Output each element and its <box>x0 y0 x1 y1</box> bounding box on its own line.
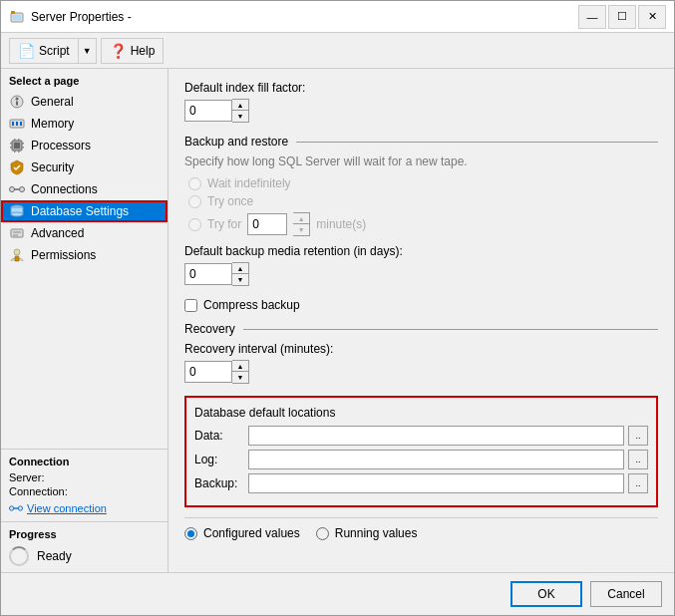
configured-values-option[interactable]: Configured values <box>184 526 300 540</box>
try-for-radio[interactable] <box>188 218 201 231</box>
progress-status: Ready <box>9 546 160 566</box>
database-settings-label: Database Settings <box>31 204 129 218</box>
bottom-options-row: Configured values Running values <box>184 517 658 540</box>
try-for-row: Try for ▲ ▼ minute(s) <box>188 212 658 236</box>
minutes-suffix: minute(s) <box>316 217 366 231</box>
ok-button[interactable]: OK <box>510 581 582 607</box>
recovery-interval-input[interactable] <box>184 361 232 383</box>
sidebar-item-security[interactable]: Security <box>1 156 168 178</box>
sidebar-item-permissions[interactable]: Permissions <box>1 244 168 266</box>
running-values-circle <box>316 527 329 540</box>
fill-factor-increment[interactable]: ▲ <box>232 100 248 111</box>
data-location-label: Data: <box>194 429 244 443</box>
configured-values-label: Configured values <box>203 526 300 540</box>
view-connection-text: View connection <box>27 502 107 514</box>
sidebar-item-advanced[interactable]: Advanced <box>1 222 168 244</box>
svg-rect-16 <box>14 139 16 141</box>
sidebar-item-connections[interactable]: Connections <box>1 178 168 200</box>
sidebar-item-general[interactable]: General <box>1 91 168 113</box>
view-connection-link[interactable]: View connection <box>9 501 160 515</box>
data-location-browse[interactable]: .. <box>628 426 648 446</box>
progress-spinner <box>9 546 29 566</box>
processors-label: Processors <box>31 139 91 153</box>
try-for-spinners: ▲ ▼ <box>293 212 310 236</box>
svg-point-32 <box>18 506 22 510</box>
script-button[interactable]: 📄 Script <box>10 39 78 63</box>
security-label: Security <box>31 160 74 174</box>
svg-point-21 <box>20 187 25 192</box>
script-dropdown-arrow[interactable]: ▼ <box>78 39 96 63</box>
backup-divider: Backup and restore <box>184 135 658 149</box>
recovery-interval-increment[interactable]: ▲ <box>232 361 248 372</box>
configured-values-circle <box>184 527 197 540</box>
try-once-label: Try once <box>207 194 253 208</box>
db-locations-title: Database default locations <box>194 406 648 420</box>
fill-factor-spinners: ▲ ▼ <box>232 99 249 123</box>
help-icon: ❓ <box>110 43 127 59</box>
progress-section: Progress Ready <box>1 521 168 572</box>
general-icon <box>9 94 25 110</box>
svg-rect-8 <box>16 122 18 126</box>
progress-text: Ready <box>37 549 72 563</box>
backup-location-row: Backup: .. <box>194 473 648 493</box>
backup-retention-section: Default backup media retention (in days)… <box>184 244 658 286</box>
svg-rect-5 <box>16 102 18 106</box>
try-for-decrement[interactable]: ▼ <box>293 224 309 235</box>
backup-retention-input[interactable] <box>184 263 232 285</box>
cancel-button[interactable]: Cancel <box>590 581 662 607</box>
maximize-button[interactable]: ☐ <box>608 5 636 29</box>
recovery-interval-label: Recovery interval (minutes): <box>184 342 658 356</box>
connection-row: Connection: <box>9 485 160 497</box>
recovery-interval-decrement[interactable]: ▼ <box>232 372 248 383</box>
log-location-browse[interactable]: .. <box>628 450 648 469</box>
fill-factor-input-row: ▲ ▼ <box>184 99 658 123</box>
recovery-interval-spinners: ▲ ▼ <box>232 360 249 384</box>
sidebar-item-memory[interactable]: Memory <box>1 113 168 135</box>
try-for-increment[interactable]: ▲ <box>293 213 309 224</box>
connection-section: Connection Server: Connection: View conn… <box>1 449 168 521</box>
compress-backup-label: Compress backup <box>203 298 300 312</box>
try-once-radio[interactable] <box>188 195 201 208</box>
backup-section-label: Backup and restore <box>184 135 288 149</box>
window-title: Server Properties - <box>31 10 578 24</box>
data-location-input[interactable] <box>248 426 624 446</box>
log-location-input[interactable] <box>248 450 624 469</box>
sidebar-item-processors[interactable]: Processors <box>1 135 168 156</box>
wait-indefinitely-radio[interactable] <box>188 177 201 190</box>
backup-radio-group: Wait indefinitely Try once Try for ▲ ▼ <box>188 176 658 236</box>
script-dropdown[interactable]: 📄 Script ▼ <box>9 38 97 64</box>
connection-label: Connection: <box>9 485 68 497</box>
try-for-input[interactable] <box>247 213 287 235</box>
compress-backup-checkbox[interactable] <box>184 299 197 312</box>
close-button[interactable]: ✕ <box>638 5 666 29</box>
memory-icon <box>9 116 25 132</box>
log-location-label: Log: <box>194 453 244 466</box>
backup-location-input[interactable] <box>248 473 624 493</box>
connection-link-icon <box>9 501 23 515</box>
running-values-option[interactable]: Running values <box>316 526 418 540</box>
backup-location-browse[interactable]: .. <box>628 473 648 493</box>
svg-rect-17 <box>18 139 20 141</box>
minimize-button[interactable]: — <box>578 5 606 29</box>
connections-label: Connections <box>31 182 98 196</box>
recovery-interval-input-row: ▲ ▼ <box>184 360 658 384</box>
sidebar-item-database-settings[interactable]: Database Settings <box>1 200 168 222</box>
fill-factor-decrement[interactable]: ▼ <box>232 111 248 122</box>
backup-retention-decrement[interactable]: ▼ <box>232 274 248 285</box>
running-values-label: Running values <box>335 526 418 540</box>
svg-rect-2 <box>11 11 15 14</box>
advanced-icon <box>9 225 25 241</box>
backup-location-label: Backup: <box>194 476 244 490</box>
select-page-label: Select a page <box>1 69 168 91</box>
svg-rect-7 <box>12 122 14 126</box>
advanced-label: Advanced <box>31 226 84 240</box>
svg-rect-30 <box>15 256 19 261</box>
svg-rect-11 <box>14 143 20 149</box>
recovery-section-label: Recovery <box>184 322 235 336</box>
try-once-row: Try once <box>188 194 658 208</box>
try-for-label: Try for <box>207 217 241 231</box>
fill-factor-input[interactable] <box>184 100 232 122</box>
backup-retention-increment[interactable]: ▲ <box>232 263 248 274</box>
server-row: Server: <box>9 471 160 483</box>
help-button[interactable]: ❓ Help <box>101 38 165 64</box>
